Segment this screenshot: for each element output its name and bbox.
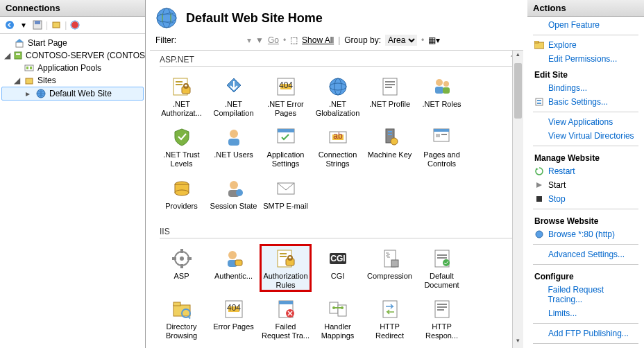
group-iis[interactable]: IIS xyxy=(150,223,523,240)
action-limits[interactable]: Limits... xyxy=(527,306,644,320)
tree-server[interactable]: ◢ CONTOSO-SERVER (CONTOS xyxy=(1,49,144,62)
svg-rect-50 xyxy=(436,134,440,137)
save-icon[interactable] xyxy=(32,19,43,31)
svg-point-57 xyxy=(236,189,243,196)
tree-default-website[interactable]: ▸ Default Web Site xyxy=(1,87,144,101)
feature-label: Session State xyxy=(210,202,257,211)
dropdown-icon[interactable]: ▾ xyxy=(18,19,29,31)
feature-label: ASP xyxy=(173,272,189,281)
back-icon[interactable] xyxy=(4,19,15,31)
feature-icon xyxy=(222,125,246,149)
feature-application-settings[interactable]: Application Settings xyxy=(260,123,312,171)
action-edit-permissions[interactable]: Edit Permissions... xyxy=(527,52,644,66)
feature-pages-and-controls[interactable]: Pages and Controls xyxy=(416,123,468,171)
svg-rect-2 xyxy=(35,21,40,24)
svg-rect-67 xyxy=(235,260,242,266)
svg-text:404: 404 xyxy=(278,80,292,90)
feature-icon: CGI xyxy=(326,247,350,270)
filter-input[interactable] xyxy=(180,35,243,46)
go-link[interactable]: Go xyxy=(268,35,279,45)
action-open-feature[interactable]: Open Feature xyxy=(527,18,644,32)
feature-net-profile[interactable]: .NET Profile xyxy=(364,72,416,120)
feature-default-document[interactable]: Default Document xyxy=(416,244,468,292)
action-bindings[interactable]: Bindings... xyxy=(527,81,644,95)
group-aspnet[interactable]: ASP.NET ˆ xyxy=(150,51,523,68)
feature-http-respon[interactable]: HTTP Respon... xyxy=(416,295,468,342)
svg-point-0 xyxy=(6,21,14,29)
svg-rect-45 xyxy=(388,131,392,132)
action-failed-request-tracing[interactable]: Failed Request Tracing... xyxy=(527,283,644,306)
action-view-applications[interactable]: View Applications xyxy=(527,115,644,129)
svg-rect-46 xyxy=(388,134,392,135)
connections-toolbar: ▾ | | xyxy=(0,17,145,34)
tree-sites[interactable]: ◢ Sites xyxy=(1,74,144,87)
feature-authorization-rules[interactable]: Authorization Rules xyxy=(260,244,312,292)
feature-net-compilation[interactable]: .NET Compilation xyxy=(207,72,260,120)
feature-net-roles[interactable]: .NET Roles xyxy=(416,72,468,120)
feature-label: Error Pages xyxy=(213,322,254,331)
svg-rect-78 xyxy=(437,254,447,256)
feature-compression[interactable]: Compression xyxy=(364,244,416,292)
groupby-select[interactable]: Area xyxy=(385,35,417,46)
action-browse-80[interactable]: Browse *:80 (http) xyxy=(527,227,644,241)
stop-icon xyxy=(534,194,544,204)
feature-providers[interactable]: Providers xyxy=(155,174,207,214)
feature-asp[interactable]: ASP xyxy=(155,244,207,292)
svg-point-107 xyxy=(536,231,543,238)
page-title: Default Web Site Home xyxy=(186,11,323,26)
feature-smtp-e-mail[interactable]: SMTP E-mail xyxy=(260,174,312,214)
go-icon[interactable]: ▼ xyxy=(255,35,264,45)
action-advanced-settings[interactable]: Advanced Settings... xyxy=(527,247,644,261)
feature-failed-request-tra[interactable]: Failed Request Tra... xyxy=(260,295,312,342)
tree-app-pools[interactable]: Application Pools xyxy=(1,62,144,74)
svg-rect-51 xyxy=(441,134,447,135)
feature-label: .NET Error Pages xyxy=(261,100,310,117)
feature-icon xyxy=(378,125,402,149)
feature-error-pages[interactable]: 404Error Pages xyxy=(207,295,260,342)
feature-label: .NET Globalization xyxy=(313,100,362,117)
feature-label: Providers xyxy=(165,202,197,211)
feature-icon xyxy=(326,297,350,321)
feature-cgi[interactable]: CGICGI xyxy=(312,244,364,292)
svg-rect-62 xyxy=(180,264,183,268)
feature-http-redirect[interactable]: HTTP Redirect xyxy=(364,295,416,342)
browse-website-header: Browse Website xyxy=(527,212,644,227)
vertical-scrollbar[interactable]: ▴ ▾ xyxy=(512,51,523,348)
showall-link[interactable]: Show All xyxy=(302,35,334,45)
feature-label: Connection Strings xyxy=(313,150,362,168)
feature-label: .NET Roles xyxy=(422,100,461,109)
action-restart[interactable]: Restart xyxy=(527,164,644,178)
svg-rect-31 xyxy=(385,84,395,85)
feature-icon xyxy=(430,125,454,149)
feature-machine-key[interactable]: Machine Key xyxy=(364,123,416,171)
edit-site-header: Edit Site xyxy=(527,66,644,81)
feature-net-authorizat[interactable]: .NET Authorizat... xyxy=(155,72,207,120)
feature-label: Application Settings xyxy=(261,150,310,168)
feature-net-error-pages[interactable]: 404.NET Error Pages xyxy=(260,72,312,120)
action-basic-settings[interactable]: Basic Settings... xyxy=(527,95,644,109)
svg-rect-102 xyxy=(536,98,543,105)
action-stop[interactable]: Stop xyxy=(527,192,644,206)
action-add-ftp[interactable]: Add FTP Publishing... xyxy=(527,327,644,340)
feature-net-globalization[interactable]: .NET Globalization xyxy=(312,72,364,120)
feature-session-state[interactable]: Session State xyxy=(207,174,260,214)
feature-label: Machine Key xyxy=(368,150,412,159)
action-view-vdirs[interactable]: View Virtual Directories xyxy=(527,129,644,143)
svg-point-54 xyxy=(175,190,189,195)
view-icon[interactable]: ▦▾ xyxy=(428,35,440,45)
svg-rect-38 xyxy=(228,139,239,146)
feature-connection-strings[interactable]: abConnection Strings xyxy=(312,123,364,171)
feature-handler-mappings[interactable]: Handler Mappings xyxy=(312,295,364,342)
feature-net-users[interactable]: .NET Users xyxy=(207,123,260,171)
feature-icon xyxy=(274,247,298,270)
feature-icon xyxy=(170,177,194,200)
action-start[interactable]: Start xyxy=(527,178,644,192)
stop-conn-icon[interactable] xyxy=(69,19,80,31)
feature-label: Directory Browsing xyxy=(157,322,206,340)
feature-net-trust-levels[interactable]: .NET Trust Levels xyxy=(155,123,207,171)
server-icon[interactable] xyxy=(51,19,62,31)
action-explore[interactable]: Explore xyxy=(527,38,644,52)
feature-directory-browsing[interactable]: Directory Browsing xyxy=(155,295,207,342)
tree-start-page[interactable]: Start Page xyxy=(1,37,144,49)
feature-authentic[interactable]: Authentic... xyxy=(207,244,260,292)
